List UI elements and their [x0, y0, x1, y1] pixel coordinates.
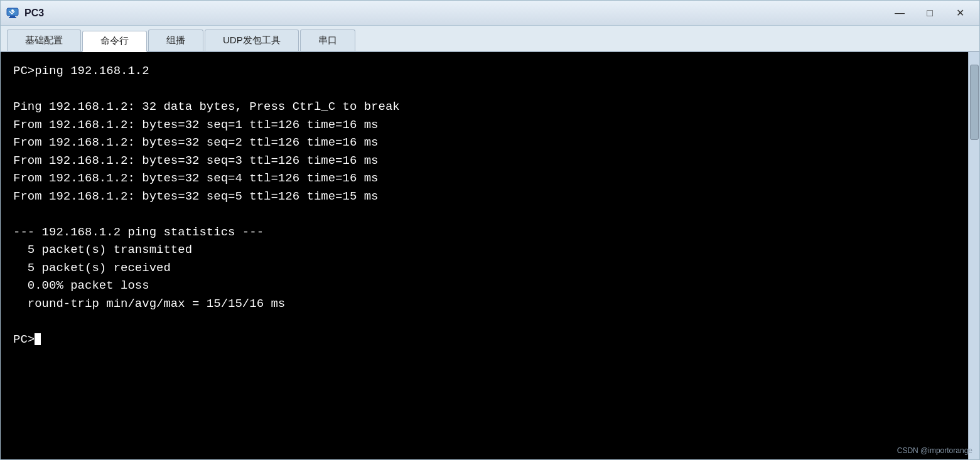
tab-basic[interactable]: 基础配置	[7, 29, 81, 51]
tab-cmd[interactable]: 命令行	[82, 31, 147, 52]
svg-rect-2	[9, 17, 16, 18]
minimize-button[interactable]: —	[885, 4, 914, 23]
tab-bar: 基础配置 命令行 组播 UDP发包工具 串口	[1, 26, 979, 52]
tab-serial[interactable]: 串口	[300, 29, 355, 51]
svg-point-3	[11, 9, 14, 12]
scrollbar[interactable]	[968, 52, 979, 459]
watermark: CSDN @importorange	[897, 446, 972, 455]
title-bar: PC3 — □ ✕	[1, 1, 979, 26]
app-icon	[6, 6, 19, 20]
window-title: PC3	[24, 8, 885, 19]
scrollbar-thumb[interactable]	[970, 65, 979, 140]
window-controls: — □ ✕	[885, 4, 974, 23]
tab-multicast[interactable]: 组播	[148, 29, 203, 51]
tab-udp[interactable]: UDP发包工具	[205, 29, 299, 51]
main-window: PC3 — □ ✕ 基础配置 命令行 组播 UDP发包工具 串口 PC>ping…	[0, 0, 980, 460]
content-area: PC>ping 192.168.1.2 Ping 192.168.1.2: 32…	[1, 52, 979, 459]
terminal-output[interactable]: PC>ping 192.168.1.2 Ping 192.168.1.2: 32…	[1, 52, 968, 459]
close-button[interactable]: ✕	[945, 4, 974, 23]
terminal-cursor	[35, 333, 41, 345]
maximize-button[interactable]: □	[915, 4, 944, 23]
